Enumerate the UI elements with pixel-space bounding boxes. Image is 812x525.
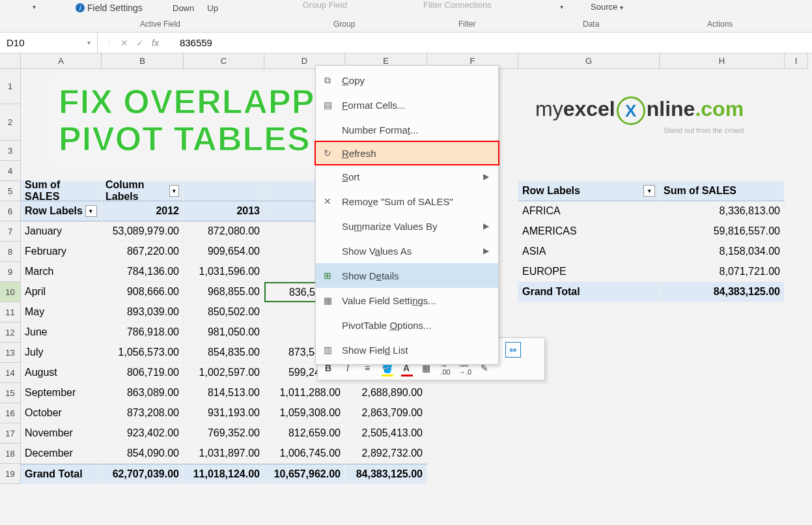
drill-down[interactable]: Down (173, 3, 194, 13)
change-source-button[interactable]: Source ▾ (591, 2, 623, 12)
col-header-H[interactable]: H (660, 53, 785, 69)
drill-up[interactable]: Up (207, 3, 218, 13)
cm-show-values[interactable]: Show Values As▶ (316, 238, 498, 263)
month[interactable]: January (21, 221, 102, 242)
field-settings-label: Field Settings (87, 3, 143, 13)
chevron-right-icon: ▶ (483, 172, 489, 181)
row-header-7[interactable]: 7 (0, 221, 21, 242)
col-header-A[interactable]: A (21, 53, 102, 69)
refresh-icon: ↻ (321, 148, 334, 158)
row-header-8[interactable]: 8 (0, 242, 21, 262)
logo-excel: excel (563, 97, 615, 121)
chevron-right-icon: ▶ (483, 221, 489, 231)
group-label-actions: Actions (707, 20, 733, 29)
chevron-right-icon: ▶ (483, 246, 489, 255)
row-header-2[interactable]: 2 (0, 104, 21, 141)
copy-icon: ⧉ (321, 75, 334, 86)
filter-icon[interactable]: ▾ (85, 205, 97, 217)
group-field-button: Group Field (303, 0, 347, 10)
col-header-G[interactable]: G (518, 53, 660, 69)
cm-copy[interactable]: ⧉Copy (316, 68, 498, 92)
row-header-17[interactable]: 17 (0, 423, 21, 444)
row-header-14[interactable]: 14 (0, 363, 21, 383)
logo-com: .com (695, 97, 744, 121)
pivot1-col-labels[interactable]: Column Labels▾ (102, 181, 184, 201)
formula-bar: D10 ▾ ⋮ ✕ ✓ fx 836559 (0, 33, 812, 53)
logo-tagline: Stand out from the crowd (535, 126, 744, 134)
filter-connections-button: Filter Connections (423, 0, 492, 10)
select-all-corner[interactable] (0, 53, 21, 69)
row-header-5[interactable]: 5 (0, 181, 21, 201)
col-header-I[interactable]: I (785, 53, 808, 69)
row-header-19[interactable]: 19 (0, 464, 21, 484)
name-box-dropdown-icon[interactable]: ▾ (87, 39, 91, 46)
ribbon-dropdown[interactable]: ▾ (33, 3, 36, 10)
row-header-16[interactable]: 16 (0, 403, 21, 423)
cm-refresh[interactable]: ↻Refresh (315, 141, 499, 165)
row-header-18[interactable]: 18 (0, 444, 21, 464)
show-details-icon: ⊞ (321, 270, 334, 281)
logo: myexcelXnline.com Stand out from the cro… (535, 96, 744, 134)
name-box[interactable]: D10 ▾ (0, 33, 98, 53)
pivot1-year-2013[interactable]: 2013 (184, 201, 264, 221)
pivot2-grand-total-label[interactable]: Grand Total (518, 282, 660, 302)
group-label-active-field: Active Field (140, 20, 180, 29)
fx-icon[interactable]: fx (152, 38, 159, 48)
format-cells-icon: ▤ (321, 100, 334, 110)
pivot1-title[interactable]: Sum of SALES (21, 181, 102, 201)
row-header-1[interactable]: 1 (0, 69, 21, 104)
col-header-B[interactable]: B (102, 53, 184, 69)
cm-pivot-options[interactable]: PivotTable Options... (316, 313, 498, 337)
row-headers: 1 2 3 4 5 6 7 8 9 10 11 12 13 14 15 16 1… (0, 69, 21, 484)
row-header-11[interactable]: 11 (0, 302, 21, 322)
cm-show-field-list[interactable]: ▥Show Field List (316, 337, 498, 362)
remove-icon: ✕ (321, 196, 334, 206)
pivot1-year-2012[interactable]: 2012 (102, 201, 184, 221)
row-header-9[interactable]: 9 (0, 262, 21, 282)
cell-reference: D10 (7, 37, 25, 48)
cm-number-format[interactable]: Number Format... (316, 117, 498, 142)
ribbon: ▾ i Field Settings Down Up Active Field … (0, 0, 812, 33)
filter-icon[interactable]: ▾ (643, 185, 655, 197)
row-header-13[interactable]: 13 (0, 343, 21, 363)
ribbon-dropdown-2[interactable]: ▾ (560, 3, 563, 10)
cm-show-details[interactable]: ⊞Show Details (316, 263, 498, 288)
col-header-C[interactable]: C (184, 53, 264, 69)
group-label-data: Data (583, 20, 599, 29)
logo-nline: nline (647, 97, 695, 121)
field-settings-button[interactable]: i Field Settings (70, 1, 148, 14)
row-header-3[interactable]: 3 (0, 141, 21, 161)
cm-value-field-settings[interactable]: ▦Value Field Settings... (316, 288, 498, 313)
context-menu: ⧉Copy ▤Format Cells... Number Format... … (315, 65, 499, 365)
row-header-6[interactable]: 6 (0, 201, 21, 221)
row-header-4[interactable]: 4 (0, 161, 21, 181)
group-label-filter: Filter (458, 20, 476, 29)
cm-format-cells[interactable]: ▤Format Cells... (316, 92, 498, 117)
info-icon: i (76, 3, 85, 12)
logo-circle-icon: X (617, 96, 645, 125)
pivot2-val[interactable]: 8,336,813.00 (660, 201, 785, 221)
accept-icon[interactable]: ✓ (136, 38, 144, 48)
fx-expand-icon[interactable]: ⋮ (105, 38, 113, 47)
formula-input[interactable]: 836559 (167, 35, 812, 51)
row-header-10[interactable]: 10 (0, 282, 21, 302)
pivot2-grand-total[interactable]: 84,383,125.00 (660, 282, 785, 302)
drill-buttons: Down Up (173, 3, 218, 13)
field-list-icon: ▥ (321, 345, 334, 355)
cm-remove[interactable]: ✕Remove "Sum of SALES" (316, 189, 498, 214)
group-label-group: Group (333, 20, 355, 29)
grand-total-label[interactable]: Grand Total (21, 464, 102, 484)
pivot1-row-labels[interactable]: Row Labels▾ (21, 201, 102, 221)
row-header-12[interactable]: 12 (0, 322, 21, 343)
pivot2-sum-label[interactable]: Sum of SALES (660, 181, 785, 201)
filter-icon[interactable]: ▾ (169, 185, 179, 197)
fx-controls: ⋮ ✕ ✓ fx (98, 38, 167, 48)
cancel-icon[interactable]: ✕ (120, 38, 128, 48)
pivot2-row[interactable]: AFRICA (518, 201, 660, 221)
merge-icon[interactable]: ⇔ (505, 342, 521, 358)
cm-summarize[interactable]: Summarize Values By▶ (316, 214, 498, 238)
cm-sort[interactable]: Sort▶ (316, 164, 498, 189)
pivot2-row-labels[interactable]: Row Labels▾ (518, 181, 660, 201)
logo-my: my (535, 97, 563, 121)
row-header-15[interactable]: 15 (0, 383, 21, 403)
